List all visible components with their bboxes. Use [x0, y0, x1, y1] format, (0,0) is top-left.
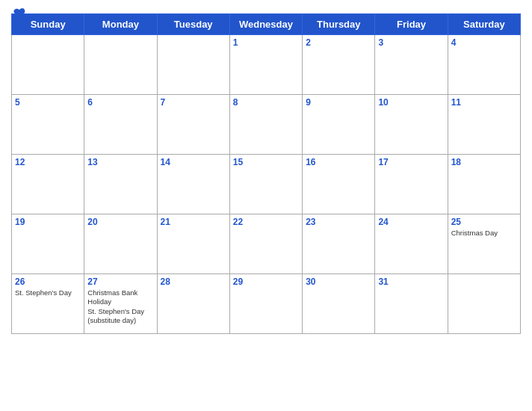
day-cell: 30: [303, 274, 375, 334]
day-number: 5: [15, 97, 81, 108]
day-number: 23: [306, 217, 371, 227]
day-number: 7: [161, 97, 226, 108]
day-cell: [12, 35, 84, 95]
logo: [11, 7, 26, 18]
day-number: 12: [15, 157, 81, 167]
day-number: 16: [306, 157, 371, 167]
logo-bird-icon: [13, 7, 26, 18]
day-number: 28: [161, 276, 226, 287]
day-cell: 27Christmas Bank Holiday St. Stephen's D…: [84, 274, 157, 334]
day-number: 31: [378, 276, 444, 287]
day-cell: 26St. Stephen's Day: [12, 274, 84, 334]
day-number: 20: [87, 217, 153, 227]
day-cell: 28: [157, 274, 229, 334]
holiday-text: Christmas Bank Holiday St. Stephen's Day…: [87, 288, 153, 325]
day-number: 30: [306, 276, 371, 287]
weekday-header-friday: Friday: [375, 14, 448, 35]
day-cell: 18: [448, 155, 520, 214]
week-row-1: 1234: [12, 35, 521, 95]
day-number: 22: [233, 217, 299, 227]
day-cell: 9: [303, 95, 375, 155]
day-number: 19: [15, 217, 81, 227]
day-cell: 6: [84, 95, 157, 155]
day-cell: 20: [84, 214, 157, 274]
day-number: 15: [233, 157, 299, 167]
day-cell: 22: [229, 214, 302, 274]
day-cell: 1: [229, 35, 302, 95]
day-number: 3: [378, 37, 444, 48]
day-cell: 25Christmas Day: [448, 214, 520, 274]
day-cell: 31: [375, 274, 448, 334]
day-number: 2: [306, 37, 371, 48]
day-cell: 11: [448, 95, 520, 155]
day-cell: 17: [375, 155, 448, 214]
week-row-3: 12131415161718: [12, 155, 521, 214]
day-number: 6: [87, 97, 153, 108]
day-cell: 16: [303, 155, 375, 214]
day-cell: 8: [229, 95, 302, 155]
day-number: 1: [233, 37, 299, 48]
weekday-header-thursday: Thursday: [303, 14, 375, 35]
day-number: 10: [378, 97, 444, 108]
weekday-header-row: SundayMondayTuesdayWednesdayThursdayFrid…: [12, 14, 521, 35]
weekday-header-wednesday: Wednesday: [229, 14, 302, 35]
day-number: 13: [87, 157, 153, 167]
day-cell: 14: [157, 155, 229, 214]
day-cell: [157, 35, 229, 95]
week-row-2: 567891011: [12, 95, 521, 155]
day-cell: 29: [229, 274, 302, 334]
day-number: 11: [451, 97, 517, 108]
day-cell: 7: [157, 95, 229, 155]
day-cell: 3: [375, 35, 448, 95]
day-cell: 24: [375, 214, 448, 274]
day-cell: 19: [12, 214, 84, 274]
day-number: 26: [15, 276, 81, 287]
day-cell: 5: [12, 95, 84, 155]
calendar-container: SundayMondayTuesdayWednesdayThursdayFrid…: [0, 0, 532, 345]
day-cell: 23: [303, 214, 375, 274]
day-cell: 10: [375, 95, 448, 155]
logo-blue-text: [11, 7, 26, 18]
day-number: 29: [233, 276, 299, 287]
day-cell: [448, 274, 520, 334]
day-number: 4: [451, 37, 517, 48]
day-cell: 15: [229, 155, 302, 214]
holiday-text: St. Stephen's Day: [15, 288, 81, 297]
week-row-4: 19202122232425Christmas Day: [12, 214, 521, 274]
day-number: 8: [233, 97, 299, 108]
day-number: 9: [306, 97, 371, 108]
day-number: 18: [451, 157, 517, 167]
day-cell: [84, 35, 157, 95]
day-number: 14: [161, 157, 226, 167]
day-cell: 12: [12, 155, 84, 214]
holiday-text: Christmas Day: [451, 229, 517, 238]
day-cell: 4: [448, 35, 520, 95]
calendar-table: SundayMondayTuesdayWednesdayThursdayFrid…: [11, 13, 521, 334]
day-cell: 13: [84, 155, 157, 214]
week-row-5: 26St. Stephen's Day27Christmas Bank Holi…: [12, 274, 521, 334]
weekday-header-saturday: Saturday: [448, 14, 520, 35]
weekday-header-monday: Monday: [84, 14, 157, 35]
day-cell: 2: [303, 35, 375, 95]
day-cell: 21: [157, 214, 229, 274]
weekday-header-tuesday: Tuesday: [157, 14, 229, 35]
day-number: 24: [378, 217, 444, 227]
day-number: 21: [161, 217, 226, 227]
day-number: 25: [451, 217, 517, 227]
day-number: 17: [378, 157, 444, 167]
day-number: 27: [87, 276, 153, 287]
